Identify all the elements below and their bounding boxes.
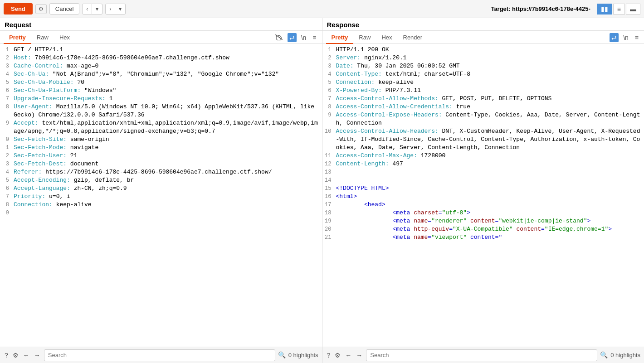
response-line-16: 16 <html> <box>322 193 644 201</box>
request-eye-slash-icon[interactable] <box>273 33 285 43</box>
request-more-icon[interactable]: ≡ <box>311 33 318 42</box>
response-line-21: 21 <meta name="viewport" content=" <box>322 233 644 242</box>
next-button[interactable]: › <box>105 4 115 15</box>
nav-group-right: › ▾ <box>105 4 126 15</box>
view-single-button[interactable]: ▬ <box>626 4 640 15</box>
response-line-13: 13 <box>322 168 644 176</box>
request-line-10: 0 Sec-Fetch-Site: same-origin <box>0 136 322 144</box>
response-tab-render[interactable]: Render <box>398 32 428 44</box>
request-line-2: 2 Host: 7b9914c6-178e-4425-8696-598604e9… <box>0 54 322 62</box>
request-line-17: 7 Priority: u=0, i <box>0 193 322 201</box>
request-wrap-icon[interactable]: ⇄ <box>288 33 297 42</box>
response-newline-icon[interactable]: \n <box>621 33 630 42</box>
response-line-3: 3 Date: Thu, 30 Jan 2025 06:00:52 GMT <box>322 62 644 70</box>
request-line-9: 9 Accept: text/html,application/xhtml+xm… <box>0 119 322 136</box>
response-line-5: 5 Connection: keep-alive <box>322 78 644 87</box>
view-split-button[interactable]: ▮▮ <box>597 4 612 15</box>
response-line-17: 17 <head> <box>322 201 644 209</box>
main-content: Request Pretty Raw Hex ⇄ \n ≡ <box>0 18 644 363</box>
next-dropdown-button[interactable]: ▾ <box>115 4 126 15</box>
response-line-14: 14 <box>322 176 644 184</box>
send-button[interactable]: Send <box>4 3 33 15</box>
response-forward-search-button[interactable]: → <box>355 351 363 360</box>
response-search-bar: ? ⚙ ← → 🔍 0 highlights <box>322 347 644 363</box>
view-mode-buttons: ▮▮ ≡ ▬ <box>597 4 640 15</box>
response-highlights-label: 0 highlights <box>610 352 640 358</box>
response-more-icon[interactable]: ≡ <box>633 33 640 42</box>
response-tab-icons: ⇄ \n ≡ <box>610 33 640 42</box>
request-line-5: 5 Sec-Ch-Ua-Mobile: ?0 <box>0 78 322 87</box>
cancel-button[interactable]: Cancel <box>49 3 79 15</box>
response-line-9: 9 Access-Control-Expose-Headers: Content… <box>322 111 644 127</box>
response-search-input[interactable] <box>366 349 597 361</box>
response-code-area[interactable]: 1 HTTP/1.1 200 OK 2 Server: nginx/1.20.1… <box>322 44 644 347</box>
response-line-12: 12 Content-Length: 497 <box>322 160 644 168</box>
request-highlights-label: 0 highlights <box>288 352 318 358</box>
request-help-icon[interactable]: ? <box>4 351 9 360</box>
request-newline-icon[interactable]: \n <box>299 33 308 42</box>
request-line-4: 4 Sec-Ch-Ua: "Not A(Brand";v="8", "Chrom… <box>0 70 322 78</box>
target-url-label: Target: https://7b9914c6-178e-4425- <box>491 5 590 12</box>
request-line-14: 4 Referer: https://7b9914c6-178e-4425-86… <box>0 168 322 176</box>
request-line-3: 3 Cache-Control: max-age=0 <box>0 62 322 70</box>
response-line-6: 6 X-Powered-By: PHP/7.3.11 <box>322 87 644 95</box>
request-search-bar: ? ⚙ ← → 🔍 0 highlights <box>0 347 322 363</box>
settings-icon-button[interactable]: ⚙ <box>35 4 47 14</box>
prev-dropdown-button[interactable]: ▾ <box>92 4 102 15</box>
request-back-search-button[interactable]: ← <box>22 351 30 360</box>
request-search-input[interactable] <box>44 349 275 361</box>
response-tab-raw[interactable]: Raw <box>353 32 376 44</box>
response-back-search-button[interactable]: ← <box>344 351 352 360</box>
request-search-icon: 🔍 <box>278 351 286 359</box>
response-tab-pretty[interactable]: Pretty <box>326 32 354 44</box>
request-code-area[interactable]: 1 GET / HTTP/1.1 2 Host: 7b9914c6-178e-4… <box>0 44 322 347</box>
request-line-6: 6 Sec-Ch-Ua-Platform: "Windows" <box>0 87 322 95</box>
request-line-1: 1 GET / HTTP/1.1 <box>0 46 322 54</box>
request-panel: Request Pretty Raw Hex ⇄ \n ≡ <box>0 18 322 363</box>
request-tab-raw[interactable]: Raw <box>31 32 54 44</box>
request-tabs-row: Pretty Raw Hex ⇄ \n ≡ <box>0 31 322 44</box>
response-line-1: 1 HTTP/1.1 200 OK <box>322 46 644 54</box>
request-tab-hex[interactable]: Hex <box>54 32 75 44</box>
response-line-11: 11 Access-Control-Max-Age: 1728000 <box>322 152 644 160</box>
response-tab-hex[interactable]: Hex <box>376 32 397 44</box>
request-line-12: 2 Sec-Fetch-User: ?1 <box>0 152 322 160</box>
request-line-7: 7 Upgrade-Insecure-Requests: 1 <box>0 95 322 103</box>
response-help-icon[interactable]: ? <box>326 351 332 360</box>
response-search-settings-icon[interactable]: ⚙ <box>334 351 342 360</box>
request-panel-title: Request <box>0 18 322 31</box>
response-line-4: 4 Content-Type: text/html; charset=UTF-8 <box>322 70 644 78</box>
request-tab-icons: ⇄ \n ≡ <box>273 33 318 43</box>
request-search-settings-icon[interactable]: ⚙ <box>12 351 20 360</box>
response-line-7: 7 Access-Control-Allow-Methods: GET, POS… <box>322 95 644 103</box>
response-line-20: 20 <meta http-equiv="X-UA-Compatible" co… <box>322 225 644 233</box>
request-line-18: 8 Connection: keep-alive <box>0 201 322 209</box>
request-line-19: 9 <box>0 209 322 217</box>
nav-group-left: ‹ ▾ <box>82 4 102 15</box>
response-line-10: 10 Access-Control-Allow-Headers: DNT, X-… <box>322 127 644 152</box>
response-wrap-icon[interactable]: ⇄ <box>610 33 619 42</box>
response-search-icon: 🔍 <box>600 351 608 359</box>
toolbar: Send ⚙ Cancel ‹ ▾ › ▾ Target: https://7b… <box>0 0 644 18</box>
request-tab-pretty[interactable]: Pretty <box>4 32 31 44</box>
request-line-16: 6 Accept-Language: zh-CN, zh;q=0.9 <box>0 184 322 193</box>
request-line-8: 8 User-Agent: Mozilla/5.0 (Windows NT 10… <box>0 103 322 119</box>
request-line-13: 3 Sec-Fetch-Dest: document <box>0 160 322 168</box>
response-panel-title: Response <box>322 18 644 31</box>
response-line-8: 8 Access-Control-Allow-Credentials: true <box>322 103 644 111</box>
response-panel: Response Pretty Raw Hex Render ⇄ \n ≡ 1 … <box>322 18 644 363</box>
request-forward-search-button[interactable]: → <box>33 351 41 360</box>
response-line-18: 18 <meta charset="utf-8"> <box>322 209 644 217</box>
request-line-11: 1 Sec-Fetch-Mode: navigate <box>0 144 322 152</box>
request-line-15: 5 Accept-Encoding: gzip, deflate, br <box>0 176 322 184</box>
response-tabs-row: Pretty Raw Hex Render ⇄ \n ≡ <box>322 31 644 44</box>
view-horizontal-button[interactable]: ≡ <box>613 4 625 15</box>
response-line-2: 2 Server: nginx/1.20.1 <box>322 54 644 62</box>
response-line-19: 19 <meta name="renderer" content="webkit… <box>322 217 644 225</box>
prev-button[interactable]: ‹ <box>82 4 92 15</box>
response-line-15: 15 <!DOCTYPE HTML> <box>322 184 644 193</box>
